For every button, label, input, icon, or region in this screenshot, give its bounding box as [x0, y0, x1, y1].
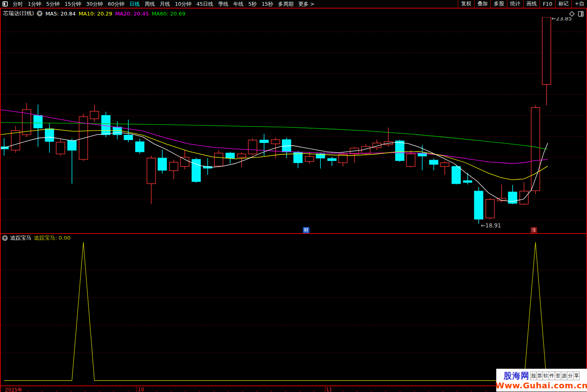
menu-tool-3[interactable]: 统计	[507, 0, 524, 8]
menu-period-13[interactable]: 5秒	[246, 0, 259, 8]
indicator-title[interactable]: 追踪宝马	[10, 234, 31, 242]
watermark-slogan-char: 件	[549, 372, 555, 380]
candle-up	[215, 153, 223, 166]
axis-tick	[242, 390, 243, 392]
menu-period-3[interactable]: 15分钟	[62, 0, 84, 8]
axis-tick	[443, 390, 443, 392]
axis-tick	[199, 390, 200, 392]
watermark-slogan-char: 资	[555, 372, 561, 380]
trading-app-window: { "menu": { "left_items": [ {"label":"分时…	[0, 0, 587, 392]
candle-down	[158, 158, 167, 170]
menu-period-9[interactable]: 10分钟	[173, 0, 194, 8]
axis-tick	[157, 390, 157, 392]
menu-period-5[interactable]: 60分钟	[105, 0, 127, 8]
candle-up	[542, 17, 551, 85]
menu-period-12[interactable]: 年线	[231, 0, 246, 8]
ma-value-2: MA20: 20.45	[115, 11, 149, 17]
candle-down	[226, 153, 235, 158]
candle-down	[34, 116, 43, 128]
axis-tick	[314, 390, 314, 392]
tool-menu: 复权叠加多股统计画线F10标记+自	[458, 0, 587, 8]
chevron-down-icon[interactable]: ▼	[37, 11, 43, 16]
axis-tick	[257, 390, 257, 392]
menu-tool-0[interactable]: 复权	[458, 0, 475, 8]
indicator-header: ▼ 追踪宝马 追踪宝马: 0.00	[2, 235, 70, 241]
candle-down	[136, 142, 144, 152]
candle-down	[113, 127, 122, 134]
menu-period-4[interactable]: 30分钟	[84, 0, 105, 8]
candle-up	[147, 158, 156, 184]
window-border-left	[0, 0, 1, 392]
menu-period-1[interactable]: 1分钟	[25, 0, 44, 8]
candle-up	[486, 200, 495, 218]
candle-up	[56, 142, 65, 154]
menu-tool-2[interactable]: 多股	[491, 0, 507, 8]
candle-up	[11, 131, 20, 150]
candle-up	[520, 191, 529, 204]
menu-tool-5[interactable]: F10	[540, 0, 556, 8]
axis-tick	[13, 390, 14, 392]
candle-up	[170, 162, 178, 171]
main-kline-chart[interactable]: ←23.85←18.91	[0, 17, 587, 234]
watermark-slogan-char: 享	[573, 372, 580, 380]
watermark-slogan-char: 票	[536, 372, 543, 380]
menu-period-16[interactable]: 更多 >	[296, 0, 317, 8]
watermark-url: Www.Guhai.com.cn	[495, 381, 587, 390]
axis-tick	[486, 390, 486, 392]
indicator-value: 追踪宝马: 0.00	[34, 234, 70, 242]
axis-label-1: 10	[138, 387, 144, 392]
low-price-label: ←18.91	[481, 222, 501, 229]
axis-tick	[185, 390, 186, 392]
menu-period-15[interactable]: 多周期	[276, 0, 296, 8]
menu-period-11[interactable]: 季线	[215, 0, 231, 8]
signal-line	[4, 242, 547, 381]
axis-tick	[385, 390, 386, 392]
site-watermark: 股海网 股票软件资源分享 Www.Guhai.com.cn	[496, 369, 587, 392]
app-window-icon[interactable]	[2, 1, 8, 7]
top-menubar: 分时1分钟5分钟15分钟30分钟60分钟日线周线月线10分钟45日线季线年线5秒…	[0, 0, 587, 9]
chevron-down-icon[interactable]: ▼	[2, 235, 8, 241]
watermark-slogan-char: 源	[561, 372, 567, 380]
diamond-marker-icon[interactable]	[569, 11, 575, 17]
split-window-icon[interactable]	[578, 11, 584, 17]
candle-down	[102, 116, 110, 135]
candle-down	[475, 191, 483, 219]
axis-tick	[371, 390, 372, 392]
axis-tick	[285, 390, 286, 392]
axis-tick	[228, 390, 229, 392]
menu-period-7[interactable]: 周线	[142, 0, 157, 8]
candle-up	[249, 140, 257, 154]
axis-divider	[136, 386, 137, 392]
candle-down	[430, 160, 438, 164]
axis-tick	[171, 390, 171, 392]
menu-tool-6[interactable]: 标记	[556, 0, 572, 8]
axis-tick	[400, 390, 400, 392]
watermark-row: 股海网 股票软件资源分享	[504, 370, 580, 381]
ma-value-1: MA10: 20.29	[78, 11, 112, 17]
menu-tool-7[interactable]: +自	[572, 0, 587, 8]
candle-down	[464, 181, 472, 183]
watermark-slogan-char: 软	[542, 372, 549, 380]
menu-period-8[interactable]: 月线	[157, 0, 173, 8]
axis-tick	[71, 390, 71, 392]
ma-value-0: MA5: 20.84	[45, 11, 76, 17]
menu-period-10[interactable]: 45日线	[194, 0, 216, 8]
menu-period-6[interactable]: 日线	[127, 0, 142, 8]
axis-tick	[428, 390, 429, 392]
menu-period-2[interactable]: 5分钟	[44, 0, 62, 8]
chart-header: 芯瑞达(日线) ▼ MA5: 20.84MA10: 20.29MA20: 20.…	[3, 10, 185, 17]
axis-tick	[56, 390, 57, 392]
axis-tick	[42, 390, 43, 392]
indicator-chart[interactable]	[0, 241, 587, 385]
axis-tick	[28, 390, 28, 392]
menu-tool-1[interactable]: 叠加	[475, 0, 491, 8]
candle-down	[260, 140, 269, 143]
candle-up	[237, 154, 246, 157]
menu-period-14[interactable]: 15秒	[259, 0, 276, 8]
stock-title[interactable]: 芯瑞达(日线)	[3, 10, 34, 17]
menu-period-0[interactable]: 分时	[10, 0, 25, 8]
candle-down	[328, 158, 336, 160]
axis-tick	[343, 390, 343, 392]
axis-tick	[214, 390, 214, 392]
menu-tool-4[interactable]: 画线	[524, 0, 540, 8]
